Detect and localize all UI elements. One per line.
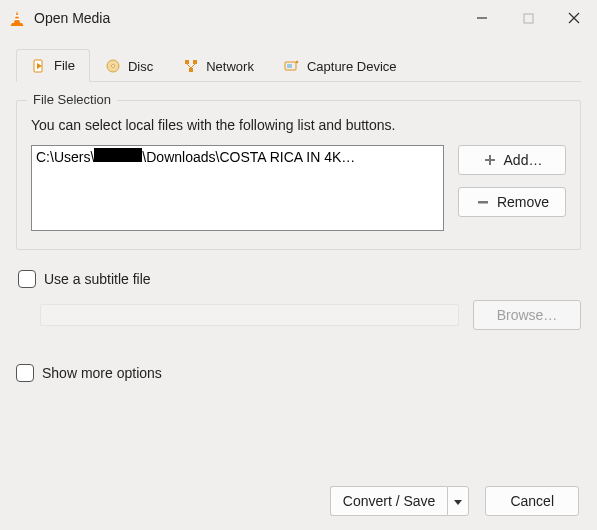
group-title: File Selection bbox=[27, 92, 117, 107]
subtitle-checkbox[interactable] bbox=[18, 270, 36, 288]
disc-icon bbox=[105, 58, 121, 74]
svg-point-17 bbox=[296, 61, 299, 64]
file-icon bbox=[31, 58, 47, 74]
tab-bar: File Disc Network Capture Device bbox=[16, 48, 581, 82]
subtitle-path-input bbox=[40, 304, 459, 326]
chevron-down-icon bbox=[454, 494, 462, 509]
tab-network[interactable]: Network bbox=[168, 49, 269, 82]
window-title: Open Media bbox=[34, 10, 110, 26]
svg-rect-10 bbox=[185, 60, 189, 64]
more-options-label: Show more options bbox=[42, 365, 162, 381]
svg-line-5 bbox=[569, 13, 579, 23]
titlebar: Open Media bbox=[0, 0, 597, 36]
convert-save-button[interactable]: Convert / Save bbox=[330, 486, 448, 516]
cancel-button[interactable]: Cancel bbox=[485, 486, 579, 516]
plus-icon bbox=[482, 152, 498, 168]
svg-rect-11 bbox=[193, 60, 197, 64]
tab-capture-device[interactable]: Capture Device bbox=[269, 49, 412, 82]
tab-disc[interactable]: Disc bbox=[90, 49, 168, 82]
svg-rect-20 bbox=[478, 201, 488, 204]
subtitle-checkbox-row: Use a subtitle file bbox=[18, 270, 581, 288]
vlc-cone-icon bbox=[8, 9, 26, 27]
network-icon bbox=[183, 58, 199, 74]
svg-point-9 bbox=[111, 65, 114, 68]
dialog-content: File Disc Network Capture Device File Se… bbox=[0, 36, 597, 382]
tab-label: Capture Device bbox=[307, 59, 397, 74]
file-panel: File Selection You can select local file… bbox=[16, 82, 581, 382]
svg-rect-1 bbox=[14, 19, 19, 21]
file-list[interactable]: C:\Users\ \Downloads\COSTA RICA IN 4K… bbox=[31, 145, 444, 231]
tab-file[interactable]: File bbox=[16, 49, 90, 82]
browse-button: Browse… bbox=[473, 300, 581, 330]
add-button[interactable]: Add… bbox=[458, 145, 566, 175]
subtitle-checkbox-label: Use a subtitle file bbox=[44, 271, 151, 287]
button-label: Remove bbox=[497, 194, 549, 210]
svg-rect-16 bbox=[287, 64, 292, 68]
maximize-button[interactable] bbox=[505, 0, 551, 36]
close-button[interactable] bbox=[551, 0, 597, 36]
more-options-checkbox[interactable] bbox=[16, 364, 34, 382]
capture-device-icon bbox=[284, 58, 300, 74]
tab-label: File bbox=[54, 58, 75, 73]
redacted-username bbox=[94, 148, 142, 162]
svg-line-4 bbox=[569, 13, 579, 23]
file-selection-group: File Selection You can select local file… bbox=[16, 100, 581, 250]
button-label: Convert / Save bbox=[343, 493, 436, 509]
minus-icon bbox=[475, 194, 491, 210]
svg-rect-3 bbox=[524, 14, 533, 23]
more-options-row: Show more options bbox=[16, 330, 581, 382]
convert-save-split-button: Convert / Save bbox=[330, 486, 470, 516]
svg-marker-21 bbox=[454, 500, 462, 505]
file-path-suffix: \Downloads\COSTA RICA IN 4K… bbox=[142, 149, 355, 165]
button-label: Add… bbox=[504, 152, 543, 168]
remove-button[interactable]: Remove bbox=[458, 187, 566, 217]
svg-line-13 bbox=[187, 64, 191, 68]
convert-save-dropdown[interactable] bbox=[447, 486, 469, 516]
tab-label: Network bbox=[206, 59, 254, 74]
file-list-item[interactable]: C:\Users\ \Downloads\COSTA RICA IN 4K… bbox=[36, 148, 439, 165]
file-selection-hint: You can select local files with the foll… bbox=[31, 117, 566, 133]
svg-rect-0 bbox=[15, 15, 19, 17]
minimize-button[interactable] bbox=[459, 0, 505, 36]
file-path-prefix: C:\Users\ bbox=[36, 149, 94, 165]
svg-rect-19 bbox=[485, 159, 495, 161]
svg-rect-12 bbox=[189, 68, 193, 72]
dialog-footer: Convert / Save Cancel bbox=[330, 486, 579, 516]
button-label: Cancel bbox=[510, 493, 554, 509]
svg-line-14 bbox=[191, 64, 195, 68]
tab-label: Disc bbox=[128, 59, 153, 74]
button-label: Browse… bbox=[497, 307, 558, 323]
